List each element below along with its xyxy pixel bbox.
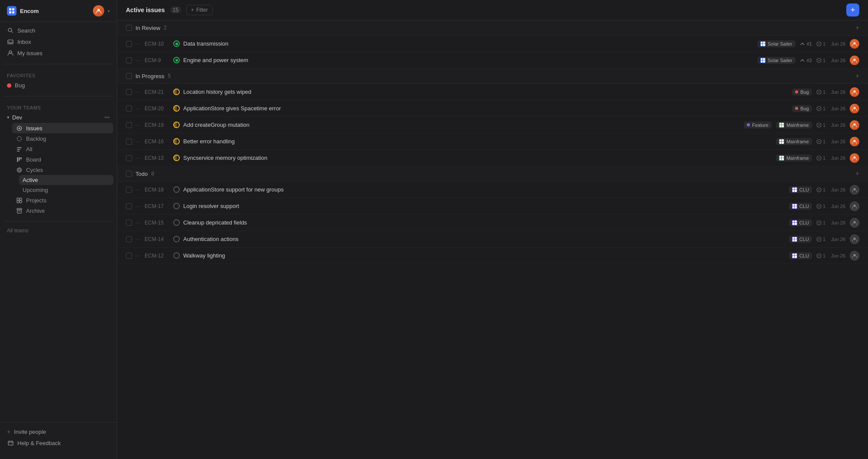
project-icon bbox=[779, 122, 784, 128]
group-add-button[interactable]: + bbox=[855, 72, 859, 80]
group-checkbox[interactable] bbox=[126, 171, 132, 177]
sidebar-item-archive[interactable]: Archive bbox=[12, 205, 113, 216]
issue-more-icon[interactable]: ··· bbox=[135, 220, 141, 226]
group-checkbox[interactable] bbox=[126, 25, 132, 31]
team-more-icon[interactable]: ••• bbox=[104, 115, 110, 121]
group-checkbox[interactable] bbox=[126, 73, 132, 79]
table-row[interactable]: ···ECM-12Walkway lighting CLU 1 Jun 26 bbox=[117, 248, 868, 264]
group-header-todo[interactable]: Todo 8 + bbox=[117, 166, 868, 182]
status-icon bbox=[173, 57, 180, 63]
play-count-value: 1 bbox=[823, 41, 825, 46]
table-row[interactable]: ···ECM-16Better error handling Mainframe… bbox=[117, 133, 868, 150]
play-icon bbox=[816, 220, 822, 225]
sidebar-item-invite[interactable]: + Invite people bbox=[3, 426, 113, 437]
sidebar-item-search[interactable]: Search bbox=[3, 25, 113, 36]
table-row[interactable]: ···ECM-15Cleanup depricated fields CLU 1… bbox=[117, 215, 868, 231]
issue-checkbox[interactable] bbox=[126, 203, 132, 209]
user-avatar[interactable] bbox=[93, 5, 104, 17]
issue-more-icon[interactable]: ··· bbox=[135, 236, 141, 242]
group-header-in-review[interactable]: In Review 2 + bbox=[117, 20, 868, 36]
table-row[interactable]: ···ECM-13Syncservice memory optimization… bbox=[117, 150, 868, 166]
issue-more-icon[interactable]: ··· bbox=[135, 253, 141, 259]
issue-id: ECM-19 bbox=[145, 122, 170, 128]
sidebar-item-inbox[interactable]: Inbox bbox=[3, 36, 113, 47]
table-row[interactable]: ···ECM-9Engine and power system Solar Sa… bbox=[117, 52, 868, 69]
issue-more-icon[interactable]: ··· bbox=[135, 203, 141, 209]
issue-more-icon[interactable]: ··· bbox=[135, 41, 141, 47]
issue-checkbox[interactable] bbox=[126, 253, 132, 259]
sidebar-item-bug[interactable]: Bug bbox=[3, 80, 113, 91]
issue-date: Jun 26 bbox=[830, 220, 845, 225]
project-icon bbox=[779, 155, 784, 161]
table-row[interactable]: ···ECM-19Add createGroup mutationFeature… bbox=[117, 117, 868, 133]
issue-more-icon[interactable]: ··· bbox=[135, 89, 141, 95]
group-header-in-progress[interactable]: In Progress 5 + bbox=[117, 69, 868, 84]
issue-more-icon[interactable]: ··· bbox=[135, 187, 141, 193]
issue-meta: Solar Sailer #2 1 Jun 26 bbox=[757, 56, 859, 65]
team-dev-header[interactable]: ▾ Dev ••• bbox=[3, 112, 113, 123]
issue-checkbox[interactable] bbox=[126, 57, 132, 63]
issue-id: ECM-16 bbox=[145, 139, 170, 145]
all-label: All bbox=[26, 146, 32, 152]
issue-checkbox[interactable] bbox=[126, 89, 132, 95]
table-row[interactable]: ···ECM-10Data transmission Solar Sailer … bbox=[117, 36, 868, 52]
invite-label: Invite people bbox=[14, 429, 46, 435]
priority-badge: #1 bbox=[800, 41, 812, 46]
issue-date: Jun 26 bbox=[830, 204, 845, 209]
table-row[interactable]: ···ECM-18ApplicationStore support for ne… bbox=[117, 182, 868, 198]
tag-label: Feature bbox=[752, 122, 769, 128]
issue-id: ECM-20 bbox=[145, 106, 170, 112]
project-name: Mainframe bbox=[786, 139, 809, 144]
play-icon bbox=[816, 139, 822, 144]
issue-checkbox[interactable] bbox=[126, 187, 132, 193]
status-icon bbox=[173, 105, 180, 112]
add-issue-button[interactable]: + bbox=[846, 3, 859, 17]
sidebar-item-board[interactable]: Board bbox=[12, 154, 113, 165]
issue-checkbox[interactable] bbox=[126, 139, 132, 145]
svg-point-17 bbox=[17, 168, 21, 172]
group-title: Todo bbox=[135, 171, 148, 177]
sidebar-item-projects[interactable]: Projects bbox=[12, 195, 113, 205]
issue-checkbox[interactable] bbox=[126, 220, 132, 226]
sidebar-item-upcoming[interactable]: Upcoming bbox=[19, 185, 113, 195]
sidebar-item-backlog[interactable]: Backlog bbox=[12, 133, 113, 144]
issue-more-icon[interactable]: ··· bbox=[135, 122, 141, 128]
project-icon bbox=[779, 139, 784, 144]
issue-more-icon[interactable]: ··· bbox=[135, 139, 141, 145]
sidebar-item-help[interactable]: Help & Feedback bbox=[3, 437, 113, 449]
issue-more-icon[interactable]: ··· bbox=[135, 106, 141, 112]
play-count: 1 bbox=[816, 237, 825, 242]
issue-checkbox[interactable] bbox=[126, 236, 132, 242]
sidebar-item-all[interactable]: All bbox=[12, 144, 113, 154]
issue-checkbox[interactable] bbox=[126, 122, 132, 128]
project-badge: Solar Sailer bbox=[757, 40, 795, 47]
sidebar-item-issues[interactable]: Issues bbox=[12, 123, 113, 133]
play-count-value: 1 bbox=[823, 187, 825, 192]
table-row[interactable]: ···ECM-17Login resolver support CLU 1 Ju… bbox=[117, 198, 868, 215]
svg-rect-2 bbox=[9, 11, 11, 13]
play-count: 1 bbox=[816, 41, 825, 46]
issue-checkbox[interactable] bbox=[126, 106, 132, 112]
play-icon bbox=[816, 253, 822, 258]
group-add-button[interactable]: + bbox=[855, 170, 859, 178]
play-icon bbox=[816, 58, 822, 63]
sidebar-item-my-issues[interactable]: My issues bbox=[3, 47, 113, 59]
issue-more-icon[interactable]: ··· bbox=[135, 155, 141, 161]
all-teams-label[interactable]: All teams bbox=[0, 224, 117, 237]
issue-meta: CLU 1 Jun 26 bbox=[789, 234, 859, 244]
sidebar-item-cycles[interactable]: Cycles bbox=[12, 165, 113, 175]
filter-label: Filter bbox=[196, 7, 208, 13]
issue-checkbox[interactable] bbox=[126, 41, 132, 47]
filter-button[interactable]: + Filter bbox=[186, 5, 213, 15]
filter-plus-icon: + bbox=[191, 7, 194, 13]
group-add-button[interactable]: + bbox=[855, 24, 859, 32]
main-header: Active issues 15 + Filter + bbox=[117, 0, 868, 20]
workspace-chevron-icon[interactable]: ▾ bbox=[108, 9, 110, 13]
table-row[interactable]: ···ECM-14Authentication actions CLU 1 Ju… bbox=[117, 231, 868, 248]
issue-checkbox[interactable] bbox=[126, 155, 132, 161]
issue-more-icon[interactable]: ··· bbox=[135, 57, 141, 63]
table-row[interactable]: ···ECM-21Location history gets wipedBug … bbox=[117, 84, 868, 100]
sidebar-item-active[interactable]: Active bbox=[19, 175, 113, 185]
table-row[interactable]: ···ECM-20ApplicationStore gives Spacetim… bbox=[117, 100, 868, 117]
project-icon bbox=[792, 253, 797, 258]
